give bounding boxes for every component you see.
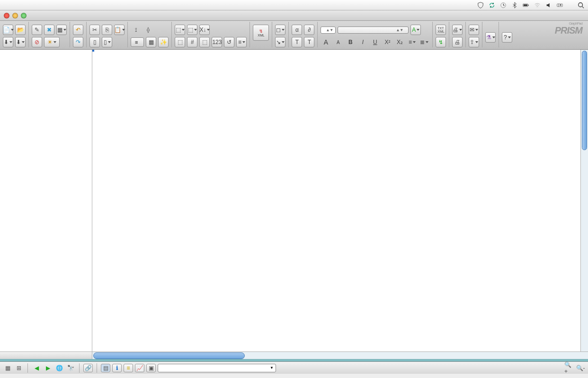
draw-arrow-button[interactable]: ↘ [275, 37, 285, 47]
globe-icon[interactable]: 🌐 [54, 364, 64, 372]
sheet-selector[interactable]: ▼ [158, 364, 276, 372]
print-one-button[interactable]: 🖨 [452, 37, 463, 47]
italic-button[interactable]: I [357, 37, 368, 47]
sheet-settings-button[interactable]: ✎ [32, 25, 42, 35]
clipboard-extra2-button[interactable]: ▯ [102, 37, 112, 47]
write-t2-button[interactable]: T [304, 37, 314, 47]
change-b-button[interactable]: # [187, 37, 197, 47]
nav-next-button[interactable]: ▶ [43, 364, 53, 372]
toolbar-group-analysis: ⟟ ⟠ ≡ ▦ ✨ [127, 22, 171, 47]
write-symbol-button[interactable]: ∂ [304, 25, 314, 35]
duplicate-sheet-button[interactable]: ▦ [56, 25, 67, 35]
toolbar-group-change: ⬚ ⬚ X↓ ⬚ # ⬚ 123 ↺ ≡ [171, 22, 249, 47]
align-button[interactable]: ≡ [407, 37, 417, 47]
paste-button[interactable]: 📋 [114, 25, 125, 35]
toolbar-group-write: α ∂ T T [288, 22, 317, 47]
change-3-button[interactable]: X↓ [199, 25, 210, 35]
copy-button[interactable]: ⎘ [102, 25, 112, 35]
clipboard-extra1-button[interactable]: ▯ [89, 37, 100, 47]
view-mode-1-icon[interactable]: ▦ [3, 364, 12, 372]
results-mode-icon[interactable]: ≡ [124, 364, 133, 372]
write-alpha-button[interactable]: α [292, 25, 302, 35]
bluetooth-icon[interactable] [511, 2, 518, 9]
bold-button[interactable]: B [345, 37, 356, 47]
grid-options-button[interactable]: ▦ [146, 37, 156, 47]
battery-icon[interactable] [523, 2, 529, 9]
print-button[interactable]: 🖨 [452, 25, 463, 35]
vertical-scrollbar[interactable] [580, 50, 588, 351]
analyze-button[interactable]: ≡ [131, 37, 144, 47]
toolbar-group-send: ✉ ⇪ [465, 22, 482, 47]
delete-sheet-button[interactable]: ✖ [44, 25, 54, 35]
view-mode-2-icon[interactable]: ⊞ [14, 364, 24, 372]
save-as-button[interactable]: ⬇ [15, 37, 26, 47]
power-icon[interactable] [557, 2, 563, 9]
font-family-select[interactable]: ▲▼ [338, 27, 409, 34]
toolbar-group-sheet: ✎ ✖ ▦ ⊘ ☀ [28, 22, 70, 47]
change-2-button[interactable]: ⬚ [187, 25, 197, 35]
save-button[interactable]: ⬇ [3, 37, 13, 47]
wifi-icon[interactable] [534, 2, 541, 9]
volume-icon[interactable] [545, 2, 552, 9]
import-button[interactable]: ↯XML [253, 25, 269, 41]
stats-icon[interactable]: ⟟ [131, 25, 141, 35]
shield-icon[interactable] [477, 2, 484, 9]
zoom-in-icon[interactable]: 🔍+ [564, 364, 574, 372]
graph-mode-icon[interactable]: 📈 [135, 364, 144, 372]
cut-button[interactable]: ✂ [89, 25, 100, 35]
zoom-out-icon[interactable]: 🔍- [576, 364, 585, 372]
toolbar-group-export: TXTXML ↯ [432, 22, 449, 47]
decrease-font-button[interactable]: A [333, 37, 343, 47]
close-window-button[interactable] [4, 13, 9, 18]
help-button[interactable]: ? [502, 32, 512, 43]
spreadsheet-area[interactable] [92, 50, 588, 351]
line-spacing-button[interactable]: ≣ [419, 37, 429, 47]
binoculars-icon[interactable]: 🔭 [66, 364, 75, 372]
underline-button[interactable]: U [370, 37, 380, 47]
svg-point-5 [579, 2, 583, 7]
toolbar-group-text: ▲▼ ▲▼ A A A B I U X² X₂ ≡ ≣ [317, 22, 432, 47]
forbid-button[interactable]: ⊘ [32, 37, 42, 47]
sync-icon[interactable] [489, 2, 495, 9]
write-t-button[interactable]: T [292, 37, 302, 47]
draw-shape-button[interactable]: ◻ [275, 25, 285, 35]
wand-button[interactable]: ✨ [158, 37, 169, 47]
nav-prev-button[interactable]: ◀ [32, 364, 41, 372]
navigator-sidebar[interactable] [0, 50, 92, 351]
minimize-window-button[interactable] [12, 13, 18, 18]
horizontal-scrollbar[interactable] [92, 351, 588, 359]
info-mode-icon[interactable]: ℹ [112, 364, 122, 372]
toolbar: 📄 📂 ⬇ ⬇ ✎ ✖ ▦ ⊘ ☀ [0, 21, 588, 50]
change-a-button[interactable]: ⬚ [175, 37, 185, 47]
increase-font-button[interactable]: A [321, 37, 331, 47]
spotlight-icon[interactable] [578, 2, 584, 9]
data-table-icon[interactable]: ▤ [101, 364, 110, 372]
open-file-button[interactable]: 📂 [15, 25, 26, 35]
la-button[interactable]: ⚗ [485, 32, 496, 43]
undo-button[interactable]: ↶ [73, 25, 83, 35]
svg-rect-2 [524, 4, 527, 6]
new-sheet-button[interactable]: ☀ [44, 37, 60, 47]
bars-icon[interactable]: ⟠ [143, 25, 153, 35]
window-titlebar [0, 10, 588, 21]
superscript-button[interactable]: X² [382, 37, 392, 47]
svg-rect-3 [528, 4, 529, 5]
new-file-button[interactable]: 📄 [3, 25, 13, 35]
timemachine-icon[interactable] [500, 2, 507, 9]
change-f-button[interactable]: ≡ [236, 37, 247, 47]
export-button[interactable]: ↯ [436, 37, 446, 47]
layout-mode-icon[interactable]: ▣ [146, 364, 156, 372]
subscript-button[interactable]: X₂ [394, 37, 405, 47]
export-xml-button[interactable]: TXTXML [436, 25, 446, 35]
change-c-button[interactable]: ⬚ [199, 37, 210, 47]
change-1-button[interactable]: ⬚ [175, 25, 185, 35]
change-d-button[interactable]: 123 [212, 37, 222, 47]
send-other-button[interactable]: ⇪ [469, 37, 479, 47]
redo-button[interactable]: ↷ [73, 37, 83, 47]
link-icon[interactable]: 🔗 [83, 364, 93, 372]
font-color-button[interactable]: A [410, 25, 421, 35]
send-mail-button[interactable]: ✉ [469, 25, 479, 35]
change-e-button[interactable]: ↺ [224, 37, 234, 47]
font-size-select[interactable]: ▲▼ [321, 27, 336, 34]
zoom-window-button[interactable] [21, 13, 27, 18]
